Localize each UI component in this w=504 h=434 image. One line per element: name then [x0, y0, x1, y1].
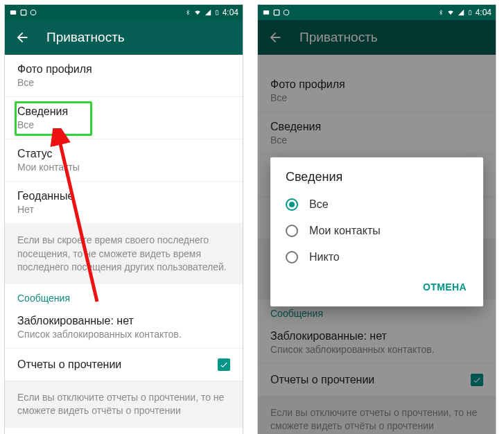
screenshot-icon — [20, 9, 27, 16]
status-left-icons — [262, 9, 290, 16]
status-time: 4:04 — [476, 8, 492, 17]
about-dialog: Сведения Все Мои контакты Никто ОТМЕНА — [270, 157, 483, 306]
wifi-icon — [193, 9, 202, 16]
status-bar: 4:04 — [258, 5, 496, 20]
radio-option-contacts[interactable]: Мои контакты — [270, 218, 483, 244]
svg-point-8 — [284, 10, 289, 15]
item-read-receipts[interactable]: Отчеты о прочтении — [5, 348, 243, 381]
item-sub: Все — [17, 77, 230, 88]
item-title: Статус — [17, 148, 230, 160]
status-right-icons: 4:04 — [185, 8, 238, 17]
svg-rect-0 — [10, 10, 16, 15]
back-button[interactable] — [15, 30, 30, 45]
radio-option-everyone[interactable]: Все — [270, 191, 483, 218]
svg-rect-3 — [216, 10, 218, 15]
item-title: Сведения — [17, 105, 230, 118]
phone-right: 4:04 Приватность Фото профиля Все Сведен… — [257, 4, 496, 434]
radio-unchecked-icon — [286, 251, 298, 263]
item-sub: Нет — [17, 204, 230, 215]
arrow-back-icon — [15, 30, 30, 45]
radio-label: Мои контакты — [309, 225, 381, 237]
item-title: Отчеты о прочтении — [17, 358, 121, 371]
bluetooth-icon — [185, 9, 191, 16]
svg-rect-1 — [21, 10, 26, 15]
youtube-icon — [262, 9, 270, 16]
item-status[interactable]: Статус Мои контакты — [5, 139, 243, 182]
battery-icon — [467, 8, 473, 17]
app-header: Приватность — [5, 20, 243, 55]
info-read-receipts: Если вы отключите отчеты о прочтении, то… — [5, 381, 243, 428]
whatsapp-icon — [30, 9, 37, 16]
screenshot-icon — [273, 9, 280, 16]
whatsapp-icon — [283, 9, 290, 16]
section-messages: Сообщения — [5, 284, 243, 306]
checkbox-checked-icon — [218, 358, 230, 371]
status-right-icons: 4:04 — [438, 8, 492, 17]
svg-point-2 — [31, 10, 36, 15]
dialog-actions: ОТМЕНА — [270, 270, 483, 301]
item-title: Фото профиля — [17, 63, 230, 76]
radio-checked-icon — [286, 198, 298, 211]
status-time: 4:04 — [223, 8, 238, 17]
svg-rect-9 — [469, 10, 471, 15]
signal-icon — [458, 9, 464, 16]
svg-rect-6 — [263, 10, 269, 15]
item-live-location[interactable]: Геоданные Нет — [5, 182, 243, 224]
radio-option-nobody[interactable]: Никто — [270, 244, 483, 270]
item-sub: Список заблокированных контактов. — [17, 329, 230, 340]
signal-icon — [205, 9, 211, 16]
status-left-icons — [9, 9, 37, 16]
bluetooth-icon — [438, 9, 444, 16]
item-title: Заблокированные: нет — [17, 315, 230, 327]
item-about[interactable]: Сведения Все — [5, 97, 243, 139]
radio-label: Никто — [309, 251, 340, 263]
svg-rect-4 — [216, 10, 217, 11]
radio-unchecked-icon — [286, 225, 298, 237]
youtube-icon — [9, 9, 17, 16]
header-title: Приватность — [46, 30, 125, 45]
wifi-icon — [446, 9, 455, 16]
radio-label: Все — [309, 198, 329, 211]
phone-left: 4:04 Приватность Фото профиля Все Сведен… — [4, 4, 243, 434]
svg-rect-7 — [274, 10, 279, 15]
item-blocked[interactable]: Заблокированные: нет Список заблокирован… — [5, 306, 243, 348]
item-profile-photo[interactable]: Фото профиля Все — [5, 55, 243, 97]
item-title: Геоданные — [17, 190, 230, 202]
info-last-seen: Если вы скроете время своего последнего … — [5, 224, 243, 284]
item-sub: Мои контакты — [17, 162, 230, 173]
settings-list: Фото профиля Все Сведения Все Статус Мои… — [5, 55, 243, 434]
dialog-title: Сведения — [270, 170, 483, 191]
status-bar: 4:04 — [5, 5, 243, 20]
svg-rect-10 — [469, 10, 470, 11]
battery-icon — [214, 8, 220, 17]
item-sub: Все — [17, 119, 230, 130]
cancel-button[interactable]: ОТМЕНА — [416, 276, 473, 298]
